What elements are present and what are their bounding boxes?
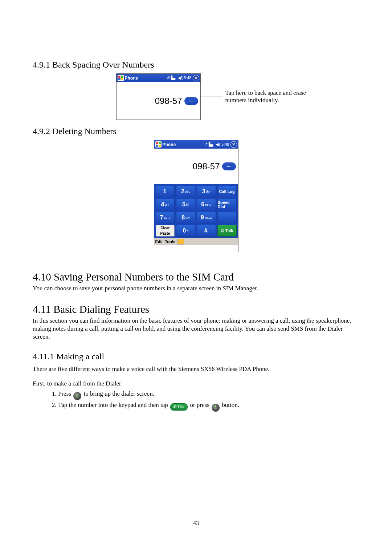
key-calllog[interactable]: Call Log [217,186,237,197]
key-clear-paste[interactable]: Clear Paste [156,225,175,237]
key-2[interactable]: 2abc [176,186,195,197]
keyboard-icon[interactable] [177,239,184,245]
key-7[interactable]: 7pqrs [156,212,175,223]
signal-icon: ▙▖ [171,76,177,80]
menu-tools[interactable]: Tools [165,239,175,244]
start-icon[interactable] [118,75,124,81]
key-8[interactable]: 8tuv [176,212,195,223]
key-4[interactable]: 4ghi [156,199,175,210]
heading-491: 4.9.1 Back Spacing Over Numbers [33,60,359,70]
screenshot-backspace: Phone ↺ ▙▖ ◀ξ 5:48 ✕ 098-57 ← [116,73,201,120]
key-5[interactable]: 5jkl [176,199,195,210]
step-1: Press ✆ to bring up the dialer screen. [58,390,359,400]
backspace-button[interactable]: ← [222,162,236,170]
phone-icon: ✆ [221,229,224,233]
phone-titlebar: Phone ↺ ▙▖ ◀ξ 5:48 ✕ [117,74,200,82]
key-9[interactable]: 9wxyz [197,212,216,223]
backspace-button[interactable]: ← [184,97,198,105]
key-0[interactable]: 0+ [176,225,195,237]
menu-edit[interactable]: Edit [155,239,163,244]
dialed-number: 098-57 [193,161,220,171]
key-blank[interactable] [217,212,237,223]
para-4111a: There are five different ways to make a … [33,365,359,373]
key-speeddial[interactable]: Speed Dial [217,199,237,210]
talk-button-icon: ✆Talk [170,403,188,411]
key-talk[interactable]: ✆ Talk [217,225,237,237]
dial-display: 098-57 ← [154,149,238,184]
hardware-call-button-icon: ✆ [212,404,220,412]
sync-icon: ↺ [167,76,170,80]
start-icon[interactable] [155,141,162,148]
heading-492: 4.9.2 Deleting Numbers [33,126,359,136]
callout-text: Tap here to back space and erase numbers… [225,89,320,104]
heading-411: 4.11 Basic Dialing Features [33,303,359,315]
screenshot-keypad: Phone ↺ ▙▖ ◀ξ 5:48 ✕ 098-57 ← 1 2abc 3de… [154,140,238,252]
speaker-icon: ◀ξ [216,142,220,146]
speaker-icon: ◀ξ [178,76,183,80]
dialed-number: 098-57 [155,96,182,106]
signal-icon: ▙▖ [209,142,215,146]
para-411: In this section you can find information… [33,317,359,341]
dial-display: 098-57 ← [117,82,200,120]
menubar: Edit Tools [154,238,238,245]
sync-icon: ↺ [204,142,208,146]
page-number: 43 [0,520,392,526]
close-icon[interactable]: ✕ [193,75,199,81]
key-6[interactable]: 6mno [197,199,216,210]
key-1[interactable]: 1 [156,186,175,197]
heading-410: 4.10 Saving Personal Numbers to the SIM … [33,271,359,283]
key-3[interactable]: 3def [197,186,216,197]
keypad: 1 2abc 3def Call Log 4ghi 5jkl 6mno Spee… [154,184,238,238]
phone-titlebar-2: Phone ↺ ▙▖ ◀ξ 5:48 ✕ [154,140,238,149]
callout: Tap here to back space and erase numbers… [201,89,320,104]
status-icons: ↺ ▙▖ ◀ξ 5:48 [204,142,229,146]
hardware-call-button-icon: ✆ [73,392,81,400]
status-icons: ↺ ▙▖ ◀ξ 5:48 [167,76,191,80]
step-2: Tap the number into the keypad and then … [58,401,359,412]
phone-title: Phone [163,142,176,147]
close-icon[interactable]: ✕ [230,141,237,148]
steps-list: Press ✆ to bring up the dialer screen. T… [47,390,359,412]
clock: 5:48 [184,76,191,80]
heading-4111: 4.11.1 Making a call [33,352,359,362]
clock: 5:48 [221,142,229,146]
para-4111b: First, to make a call from the Dialer: [33,380,359,388]
key-hash[interactable]: # [197,225,216,237]
para-410: You can choose to save your personal pho… [33,284,359,292]
phone-title: Phone [125,76,138,81]
